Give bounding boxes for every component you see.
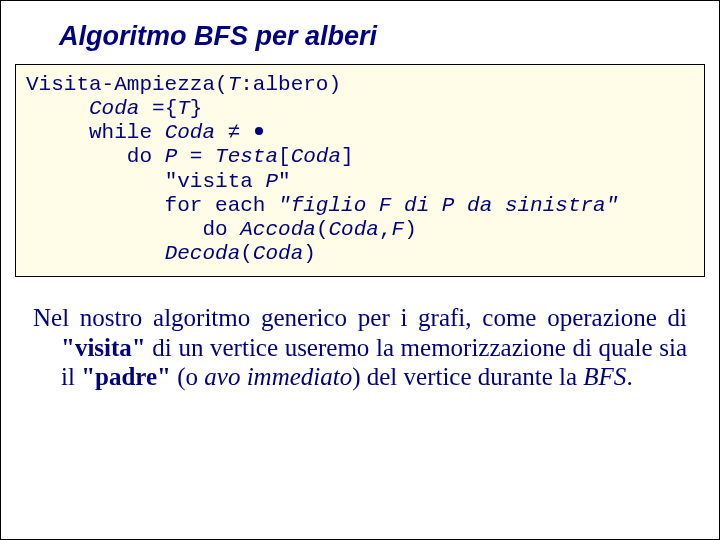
code-text: Visita-Ampiezza( [26, 73, 228, 96]
code-text: " [278, 170, 291, 193]
code-line-5: "visita P" [26, 170, 694, 194]
para-quote: "visita" [61, 334, 146, 361]
para-quote: "padre" [81, 363, 171, 390]
code-text: Coda [26, 97, 152, 120]
code-text: P [265, 170, 278, 193]
code-text [26, 242, 165, 265]
slide: { "title": "Algoritmo BFS per alberi", "… [0, 0, 720, 540]
code-text: Accoda [240, 218, 316, 241]
code-line-2: Coda ={T} [26, 97, 694, 121]
code-text: ) [303, 242, 316, 265]
code-text: :albero) [240, 73, 341, 96]
code-text: T [228, 73, 241, 96]
code-text: ( [240, 242, 253, 265]
code-text: T [177, 97, 190, 120]
code-text: Coda [328, 218, 378, 241]
code-text [26, 170, 165, 193]
code-line-3: while Coda ≠ [26, 121, 694, 145]
para-text: ) del vertice durante la [352, 363, 583, 390]
code-text: Decoda [165, 242, 241, 265]
code-text: } [190, 97, 203, 120]
code-text: ] [341, 145, 354, 168]
code-text: = [152, 97, 165, 120]
code-text: , [379, 218, 392, 241]
code-line-1: Visita-Ampiezza(T:albero) [26, 73, 694, 97]
para-text: Nel nostro algoritmo generico per i graf… [33, 304, 687, 331]
code-text: F [392, 218, 405, 241]
code-text: do [26, 145, 165, 168]
code-line-6: for each "figlio F di P da sinistra" [26, 194, 694, 218]
code-text: "visita [165, 170, 266, 193]
body-paragraph: Nel nostro algoritmo generico per i graf… [33, 303, 687, 392]
code-text: while [26, 121, 165, 144]
code-text: for each [26, 194, 278, 217]
code-text: do [26, 218, 240, 241]
para-italic: avo imme­diato [204, 363, 352, 390]
bullet-icon [255, 127, 263, 135]
code-line-7: do Accoda(Coda,F) [26, 218, 694, 242]
code-text: ≠ [228, 121, 241, 144]
code-text: ( [316, 218, 329, 241]
slide-title: Algoritmo BFS per alberi [1, 1, 719, 64]
code-line-8: Decoda(Coda) [26, 242, 694, 266]
para-text: (o [171, 363, 204, 390]
code-text: "figlio F di P da sinistra" [278, 194, 618, 217]
code-text: P = Testa [165, 145, 278, 168]
para-italic: BFS [583, 363, 626, 390]
code-line-4: do P = Testa[Coda] [26, 145, 694, 169]
code-text: Coda [253, 242, 303, 265]
code-box: Visita-Ampiezza(T:albero) Coda ={T} whil… [15, 64, 705, 277]
code-text: Coda [165, 121, 228, 144]
code-text: { [165, 97, 178, 120]
code-text: Coda [291, 145, 341, 168]
para-text: . [626, 363, 632, 390]
code-text: [ [278, 145, 291, 168]
code-text: ) [404, 218, 417, 241]
